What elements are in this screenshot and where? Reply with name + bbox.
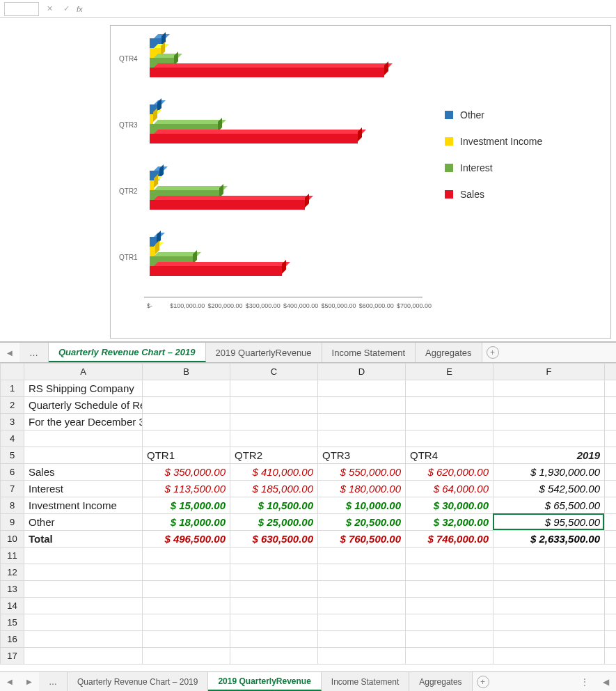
row-header[interactable]: 3 [1, 414, 24, 430]
cell[interactable]: Sales [24, 464, 143, 481]
cell[interactable] [493, 397, 605, 414]
cell[interactable]: $ 185,000.00 [230, 481, 318, 497]
cell[interactable]: $ 496,500.00 [143, 531, 230, 548]
cell[interactable] [493, 598, 605, 614]
cell[interactable] [230, 414, 318, 430]
cell[interactable]: Investment Income [24, 497, 143, 514]
cell[interactable] [605, 514, 617, 531]
sheet-grid[interactable]: ABCDEF 1RS Shipping Company2Quarterly Sc… [0, 363, 616, 665]
cell[interactable] [318, 598, 406, 614]
cell[interactable]: $ 65,500.00 [493, 497, 605, 514]
row-header[interactable]: 17 [1, 648, 24, 665]
row-header[interactable]: 12 [1, 564, 24, 581]
cell[interactable] [143, 581, 230, 598]
cell[interactable]: $ 1,930,000.00 [493, 464, 605, 481]
cell[interactable] [318, 430, 406, 447]
cell[interactable] [24, 447, 143, 464]
cell[interactable] [143, 564, 230, 581]
cell[interactable] [493, 581, 605, 598]
cell[interactable] [230, 614, 318, 631]
cell[interactable]: 2019 [493, 447, 605, 464]
cell[interactable]: $ 64,000.00 [406, 481, 493, 497]
cell[interactable] [230, 380, 318, 397]
cell[interactable] [230, 430, 318, 447]
tab-income-statement-2[interactable]: Income Statement [322, 672, 409, 691]
tab-quarterly-chart-2[interactable]: Quarterly Revenue Chart – 2019 [68, 672, 208, 691]
cell[interactable] [318, 548, 406, 564]
cell[interactable] [318, 564, 406, 581]
cell[interactable] [318, 397, 406, 414]
cell[interactable] [605, 481, 617, 497]
column-header[interactable]: A [24, 364, 143, 380]
cell[interactable] [605, 430, 617, 447]
cell[interactable] [24, 564, 143, 581]
cell[interactable] [406, 397, 493, 414]
row-header[interactable]: 10 [1, 531, 24, 548]
cell[interactable] [230, 548, 318, 564]
cell[interactable] [406, 430, 493, 447]
cell[interactable]: $ 10,000.00 [318, 497, 406, 514]
cell[interactable]: $ 746,000.00 [406, 531, 493, 548]
cell[interactable]: QTR1 [143, 447, 230, 464]
cell[interactable] [318, 648, 406, 665]
tab-add-button-2[interactable]: + [473, 672, 493, 691]
fx-icon[interactable]: fx [77, 5, 83, 13]
cell[interactable] [605, 614, 617, 631]
cell[interactable] [493, 414, 605, 430]
cell[interactable] [24, 581, 143, 598]
cell[interactable] [143, 548, 230, 564]
cell[interactable] [605, 414, 617, 430]
cell[interactable] [230, 397, 318, 414]
row-header[interactable]: 9 [1, 514, 24, 531]
row-header[interactable]: 4 [1, 430, 24, 447]
cell[interactable] [493, 648, 605, 665]
cell[interactable] [493, 430, 605, 447]
scroll-left-small-icon[interactable]: ◀ [595, 672, 616, 691]
cell[interactable] [24, 430, 143, 447]
cell[interactable] [406, 614, 493, 631]
cell[interactable] [230, 581, 318, 598]
cell[interactable] [143, 380, 230, 397]
cell[interactable] [230, 631, 318, 648]
cell[interactable] [493, 380, 605, 397]
cell[interactable]: $ 550,000.00 [318, 464, 406, 481]
row-header[interactable]: 2 [1, 397, 24, 414]
cell[interactable] [318, 614, 406, 631]
cell[interactable] [493, 631, 605, 648]
column-header[interactable]: D [318, 364, 406, 380]
cell[interactable]: $ 2,633,500.00 [493, 531, 605, 548]
cell[interactable]: $ 32,000.00 [406, 514, 493, 531]
cell[interactable]: Interest [24, 481, 143, 497]
cell[interactable]: $ 20,500.00 [318, 514, 406, 531]
cell[interactable] [605, 648, 617, 665]
scroll-dots-icon[interactable]: ⋮ [574, 672, 595, 691]
row-header[interactable]: 11 [1, 548, 24, 564]
column-header[interactable]: B [143, 364, 230, 380]
cell[interactable]: Total [24, 531, 143, 548]
cell[interactable]: $ 410,000.00 [230, 464, 318, 481]
cell[interactable]: $ 620,000.00 [406, 464, 493, 481]
cell[interactable] [605, 397, 617, 414]
cell[interactable]: $ 113,500.00 [143, 481, 230, 497]
row-header[interactable]: 13 [1, 581, 24, 598]
cell[interactable] [143, 648, 230, 665]
cell[interactable]: QTR3 [318, 447, 406, 464]
tab-income-statement[interactable]: Income Statement [322, 343, 416, 362]
cell[interactable] [605, 548, 617, 564]
cell[interactable] [24, 614, 143, 631]
column-header[interactable]: F [493, 364, 605, 380]
cell[interactable] [230, 598, 318, 614]
cell[interactable] [493, 564, 605, 581]
cell[interactable]: $ 95,500.00 [493, 514, 605, 531]
cell[interactable] [605, 380, 617, 397]
cancel-icon[interactable]: ✕ [43, 4, 56, 13]
cell[interactable] [24, 648, 143, 665]
row-header[interactable]: 16 [1, 631, 24, 648]
cell[interactable] [24, 598, 143, 614]
tab-scroll-left-icon-2[interactable]: ◀ [0, 672, 19, 691]
tab-aggregates[interactable]: Aggregates [416, 343, 482, 362]
cell[interactable] [143, 397, 230, 414]
cell[interactable] [24, 631, 143, 648]
cell[interactable] [406, 380, 493, 397]
cell[interactable] [318, 631, 406, 648]
